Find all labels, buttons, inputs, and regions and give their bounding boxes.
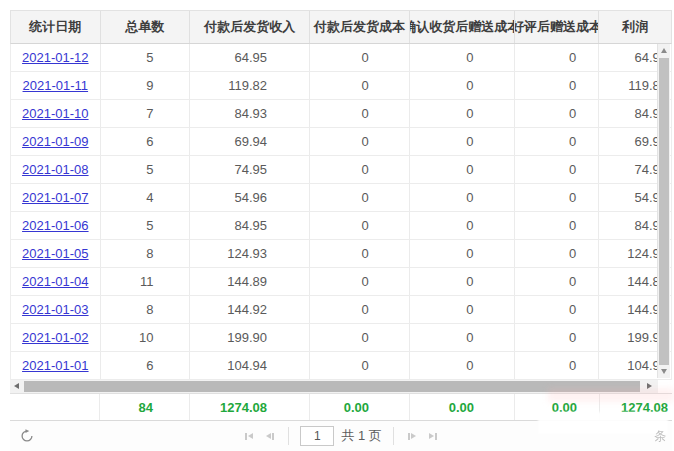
table-row: 2021-01-0210199.90000199.90 — [11, 324, 671, 352]
scroll-left-arrow-icon[interactable] — [14, 383, 19, 389]
date-link[interactable]: 2021-01-11 — [23, 78, 89, 93]
date-cell: 2021-01-12 — [11, 44, 101, 71]
value-cell: 0 — [310, 156, 410, 183]
last-page-icon — [429, 433, 434, 439]
value-cell: 0 — [310, 240, 410, 267]
value-cell: 0 — [515, 156, 600, 183]
date-cell: 2021-01-04 — [11, 268, 101, 295]
date-link[interactable]: 2021-01-05 — [22, 246, 89, 261]
value-cell: 0 — [410, 72, 515, 99]
page-number-input[interactable] — [300, 426, 334, 446]
date-link[interactable]: 2021-01-12 — [22, 50, 89, 65]
value-cell: 0 — [310, 324, 410, 351]
date-link[interactable]: 2021-01-09 — [22, 134, 89, 149]
value-cell: 0 — [310, 212, 410, 239]
header-cell[interactable]: 确认收货后赠送成本 — [410, 11, 515, 43]
value-cell: 74.95 — [190, 156, 310, 183]
scroll-up-arrow-icon[interactable] — [661, 48, 667, 53]
table-row: 2021-01-07454.9600054.96 — [11, 184, 671, 212]
table-row: 2021-01-058124.93000124.93 — [11, 240, 671, 268]
header-cell[interactable]: 利润 — [599, 11, 671, 43]
total-pages-label: 共 1 页 — [341, 427, 381, 445]
header-cell[interactable]: 付款后发货收入 — [190, 11, 310, 43]
value-cell: 0 — [410, 296, 515, 323]
date-cell: 2021-01-10 — [11, 100, 101, 127]
value-cell: 0 — [310, 100, 410, 127]
next-page-button[interactable] — [405, 431, 419, 442]
value-cell: 0 — [515, 268, 600, 295]
prev-page-icon — [266, 433, 271, 439]
table-body: 2021-01-12564.9500064.952021-01-119119.8… — [10, 44, 672, 380]
value-cell: 0 — [410, 100, 515, 127]
date-link[interactable]: 2021-01-02 — [22, 330, 89, 345]
table-row: 2021-01-119119.82000119.82 — [11, 72, 671, 100]
summary-cell: 0.00 — [310, 394, 410, 420]
value-cell: 0 — [515, 184, 600, 211]
date-link[interactable]: 2021-01-06 — [22, 218, 89, 233]
table-row: 2021-01-0411144.89000144.89 — [11, 268, 671, 296]
value-cell: 54.96 — [190, 184, 310, 211]
date-cell: 2021-01-03 — [11, 296, 101, 323]
table-row: 2021-01-06584.9500084.95 — [11, 212, 671, 240]
summary-cell — [10, 394, 100, 420]
date-cell: 2021-01-05 — [11, 240, 101, 267]
value-cell: 0 — [515, 296, 600, 323]
date-cell: 2021-01-11 — [11, 72, 101, 99]
first-page-icon — [245, 433, 247, 440]
value-cell: 6 — [101, 352, 191, 379]
date-cell: 2021-01-09 — [11, 128, 101, 155]
date-link[interactable]: 2021-01-03 — [22, 302, 89, 317]
header-cell[interactable]: 统计日期 — [11, 11, 101, 43]
value-cell: 4 — [101, 184, 191, 211]
value-cell: 9 — [101, 72, 191, 99]
value-cell: 0 — [410, 324, 515, 351]
value-cell: 64.95 — [190, 44, 310, 71]
first-page-button[interactable] — [242, 431, 256, 442]
prev-page-button[interactable] — [263, 431, 277, 442]
value-cell: 8 — [101, 240, 191, 267]
date-cell: 2021-01-07 — [11, 184, 101, 211]
header-cell[interactable]: 总单数 — [101, 11, 191, 43]
date-link[interactable]: 2021-01-08 — [22, 162, 89, 177]
value-cell: 0 — [515, 324, 600, 351]
table-row: 2021-01-016104.94000104.94 — [11, 352, 671, 380]
value-cell: 0 — [410, 212, 515, 239]
table-row: 2021-01-038144.92000144.92 — [11, 296, 671, 324]
value-cell: 0 — [515, 128, 600, 155]
vertical-scrollbar-thumb[interactable] — [659, 58, 669, 365]
value-cell: 5 — [101, 212, 191, 239]
value-cell: 0 — [310, 128, 410, 155]
summary-cell: 1274.08 — [190, 394, 310, 420]
value-cell: 0 — [310, 44, 410, 71]
value-cell: 144.92 — [190, 296, 310, 323]
date-link[interactable]: 2021-01-07 — [22, 190, 89, 205]
pager-separator — [393, 427, 394, 445]
value-cell: 104.94 — [190, 352, 310, 379]
value-cell: 0 — [310, 184, 410, 211]
value-cell: 0 — [410, 268, 515, 295]
table-row: 2021-01-08574.9500074.95 — [11, 156, 671, 184]
value-cell: 199.90 — [190, 324, 310, 351]
date-cell: 2021-01-08 — [11, 156, 101, 183]
scroll-down-arrow-icon[interactable] — [661, 369, 667, 374]
date-link[interactable]: 2021-01-10 — [22, 106, 89, 121]
value-cell: 0 — [410, 156, 515, 183]
header-cell[interactable]: 付款后发货成本 — [310, 11, 410, 43]
value-cell: 0 — [410, 44, 515, 71]
value-cell: 5 — [101, 156, 191, 183]
table-row: 2021-01-10784.9300084.93 — [11, 100, 671, 128]
value-cell: 84.93 — [190, 100, 310, 127]
watermark-faint-text: 条 — [578, 428, 672, 444]
value-cell: 10 — [101, 324, 191, 351]
value-cell: 0 — [515, 72, 600, 99]
date-link[interactable]: 2021-01-04 — [22, 274, 89, 289]
vertical-scrollbar[interactable] — [657, 44, 670, 378]
last-page-button[interactable] — [426, 431, 440, 442]
date-cell: 2021-01-02 — [11, 324, 101, 351]
header-cell[interactable]: 好评后赠送成本 — [515, 11, 600, 43]
value-cell: 0 — [515, 352, 600, 379]
date-link[interactable]: 2021-01-01 — [22, 358, 89, 373]
value-cell: 0 — [515, 44, 600, 71]
value-cell: 11 — [101, 268, 191, 295]
value-cell: 0 — [410, 352, 515, 379]
